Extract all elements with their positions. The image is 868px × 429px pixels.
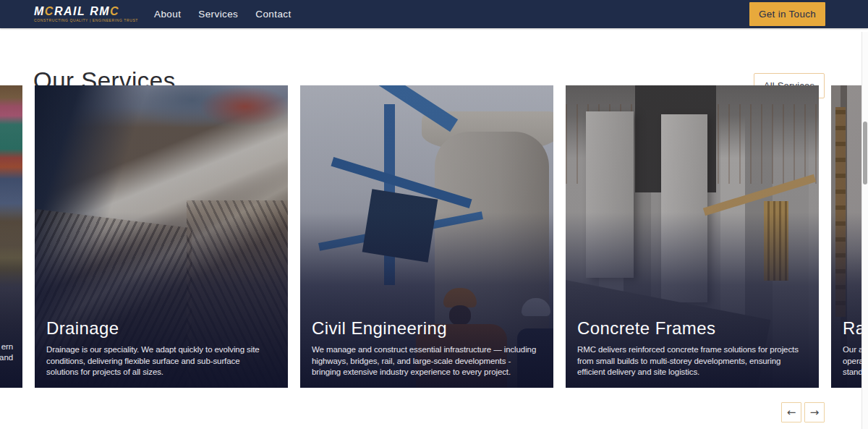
brand-logo-text: MCRAIL RMC [34, 6, 138, 17]
brand-tagline: CONSTRUCTING QUALITY | ENGINEERING TRUST [34, 19, 138, 22]
service-card-concrete-frames: Concrete Frames RMC delivers reinforced … [566, 85, 819, 388]
services-carousel: ern and Drainage Drainage is our special… [0, 85, 868, 388]
service-card-drainage: Drainage Drainage is our speciality. We … [35, 85, 288, 388]
get-in-touch-button[interactable]: Get in Touch [749, 2, 825, 26]
carousel-prev-button arrow-left-icon[interactable]: ← [781, 402, 801, 422]
page-scrollbar-thumb[interactable] [863, 122, 867, 184]
card-title: Concrete Frames [577, 318, 812, 339]
card-title: Civil Engineering [312, 318, 546, 339]
card-description: RMC delivers reinforced concrete frame s… [577, 344, 812, 378]
card-description: ern and [0, 341, 13, 364]
card-description: Drainage is our speciality. We adapt qui… [46, 344, 281, 378]
service-card-partial-left: ern and [0, 85, 22, 388]
service-card-civil-engineering: Civil Engineering We manage and construc… [300, 85, 553, 388]
card-title: Drainage [46, 318, 281, 339]
main-nav: About Services Contact [154, 9, 292, 20]
carousel-controls: ← → [781, 402, 825, 422]
page-scrollbar-track[interactable] [861, 32, 868, 429]
brand-logo[interactable]: MCRAIL RMC CONSTRUCTING QUALITY | ENGINE… [34, 6, 138, 22]
carousel-next-button arrow-right-icon[interactable]: → [804, 402, 825, 422]
nav-link-contact[interactable]: Contact [255, 9, 291, 20]
top-navbar: MCRAIL RMC CONSTRUCTING QUALITY | ENGINE… [0, 0, 868, 28]
card-text: Civil Engineering We manage and construc… [312, 318, 546, 378]
carousel-track: ern and Drainage Drainage is our special… [0, 85, 868, 388]
card-text: Drainage Drainage is our speciality. We … [46, 318, 281, 378]
card-description: We manage and construct essential infras… [312, 344, 546, 378]
card-text: Concrete Frames RMC delivers reinforced … [577, 318, 812, 378]
nav-link-services[interactable]: Services [198, 9, 238, 20]
services-section-header: Our Services All Services [0, 28, 868, 85]
nav-link-about[interactable]: About [154, 9, 181, 20]
